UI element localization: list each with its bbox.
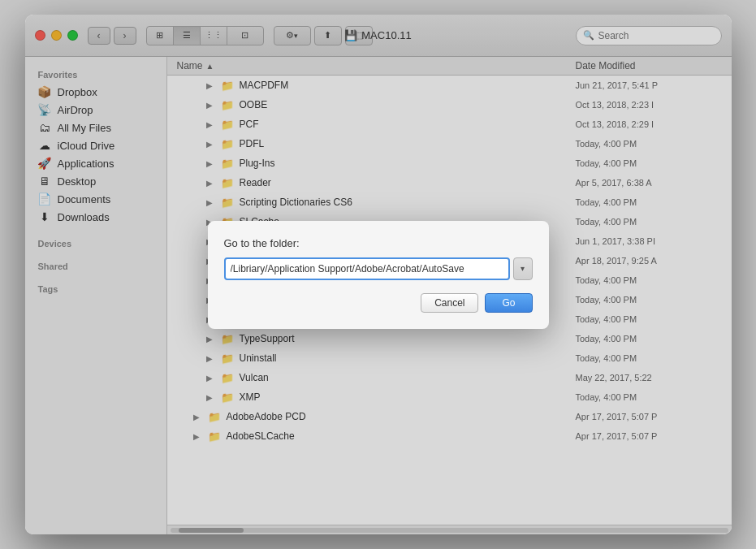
dialog-overlay: Go to the folder: ▾ Cancel Go	[25, 15, 732, 534]
folder-dropdown-button[interactable]: ▾	[513, 257, 533, 280]
folder-path-input[interactable]	[224, 257, 510, 280]
dialog-input-row: ▾	[224, 257, 533, 280]
go-button[interactable]: Go	[485, 293, 532, 313]
goto-folder-dialog: Go to the folder: ▾ Cancel Go	[208, 221, 549, 329]
dialog-title: Go to the folder:	[224, 237, 533, 249]
finder-window: ‹ › ⊞ ☰ ⋮⋮ ⊡ ⚙ ▾	[25, 15, 732, 534]
cancel-button[interactable]: Cancel	[421, 293, 478, 313]
dialog-buttons: Cancel Go	[224, 293, 533, 313]
